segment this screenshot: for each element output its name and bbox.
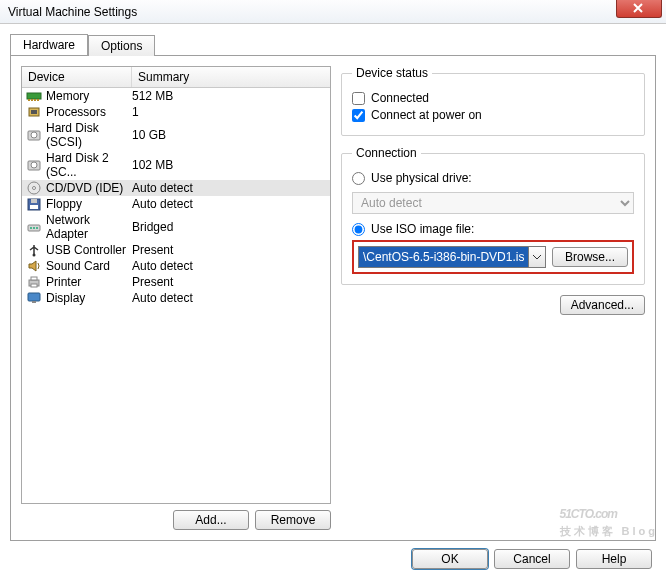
device-row[interactable]: USB ControllerPresent xyxy=(22,242,330,258)
memory-icon xyxy=(26,89,42,103)
device-summary: Auto detect xyxy=(132,181,326,195)
help-button[interactable]: Help xyxy=(576,549,652,569)
browse-button[interactable]: Browse... xyxy=(552,247,628,267)
device-name: Sound Card xyxy=(46,259,110,273)
device-row[interactable]: Memory512 MB xyxy=(22,88,330,104)
advanced-button[interactable]: Advanced... xyxy=(560,295,645,315)
add-button[interactable]: Add... xyxy=(173,510,249,530)
svg-rect-24 xyxy=(28,293,40,301)
device-summary: Present xyxy=(132,243,326,257)
physical-drive-radio-row[interactable]: Use physical drive: xyxy=(352,171,634,185)
chevron-down-icon xyxy=(533,255,541,260)
remove-button[interactable]: Remove xyxy=(255,510,331,530)
device-row[interactable]: DisplayAuto detect xyxy=(22,290,330,306)
svg-rect-25 xyxy=(32,301,36,303)
poweron-checkbox-row[interactable]: Connect at power on xyxy=(352,108,634,122)
device-name: Processors xyxy=(46,105,106,119)
device-summary: Bridged xyxy=(132,220,326,234)
device-name: CD/DVD (IDE) xyxy=(46,181,123,195)
physical-drive-select: Auto detect xyxy=(352,192,634,214)
device-name: Network Adapter xyxy=(46,213,132,241)
hdd-icon xyxy=(26,158,42,172)
device-row[interactable]: CD/DVD (IDE)Auto detect xyxy=(22,180,330,196)
svg-rect-0 xyxy=(27,93,41,99)
svg-point-12 xyxy=(33,187,36,190)
usb-icon xyxy=(26,243,42,257)
device-status-legend: Device status xyxy=(352,66,432,80)
cpu-icon xyxy=(26,105,42,119)
power-on-checkbox[interactable] xyxy=(352,109,365,122)
device-summary: Auto detect xyxy=(132,291,326,305)
svg-rect-2 xyxy=(31,99,33,101)
device-name: Hard Disk 2 (SC... xyxy=(46,151,132,179)
hdd-icon xyxy=(26,128,42,142)
iso-path-dropdown[interactable] xyxy=(528,246,546,268)
connected-checkbox-row[interactable]: Connected xyxy=(352,91,634,105)
right-pane: Device status Connected Connect at power… xyxy=(341,66,645,530)
connection-group: Connection Use physical drive: Auto dete… xyxy=(341,146,645,285)
physical-drive-radio[interactable] xyxy=(352,172,365,185)
iso-radio-row[interactable]: Use ISO image file: xyxy=(352,222,634,236)
device-summary: Present xyxy=(132,275,326,289)
tab-panel-hardware: Device Summary Memory512 MBProcessors1Ha… xyxy=(10,55,656,541)
dialog-button-bar: OK Cancel Help xyxy=(0,541,666,577)
tab-options[interactable]: Options xyxy=(88,35,155,56)
svg-point-20 xyxy=(33,254,36,257)
svg-rect-23 xyxy=(31,284,37,287)
col-device[interactable]: Device xyxy=(22,67,132,87)
power-on-label: Connect at power on xyxy=(371,108,482,122)
svg-point-18 xyxy=(33,227,35,229)
cd-icon xyxy=(26,181,42,195)
device-summary: Auto detect xyxy=(132,197,326,211)
ok-button[interactable]: OK xyxy=(412,549,488,569)
left-pane: Device Summary Memory512 MBProcessors1Ha… xyxy=(21,66,331,530)
tab-hardware[interactable]: Hardware xyxy=(10,34,88,55)
device-row[interactable]: Processors1 xyxy=(22,104,330,120)
connected-label: Connected xyxy=(371,91,429,105)
svg-point-19 xyxy=(36,227,38,229)
device-table: Device Summary Memory512 MBProcessors1Ha… xyxy=(21,66,331,504)
connected-checkbox[interactable] xyxy=(352,92,365,105)
floppy-icon xyxy=(26,197,42,211)
device-row[interactable]: Hard Disk (SCSI)10 GB xyxy=(22,120,330,150)
device-row[interactable]: FloppyAuto detect xyxy=(22,196,330,212)
device-summary: 102 MB xyxy=(132,158,326,172)
iso-radio[interactable] xyxy=(352,223,365,236)
device-name: USB Controller xyxy=(46,243,126,257)
svg-rect-4 xyxy=(37,99,39,101)
device-name: Memory xyxy=(46,89,89,103)
device-row[interactable]: Network AdapterBridged xyxy=(22,212,330,242)
svg-rect-22 xyxy=(31,277,37,280)
device-name: Floppy xyxy=(46,197,82,211)
device-row[interactable]: PrinterPresent xyxy=(22,274,330,290)
device-row[interactable]: Sound CardAuto detect xyxy=(22,258,330,274)
svg-point-8 xyxy=(31,132,37,138)
device-name: Display xyxy=(46,291,85,305)
iso-path-combo[interactable] xyxy=(358,246,546,268)
svg-rect-1 xyxy=(28,99,30,101)
iso-path-input[interactable] xyxy=(358,246,528,268)
device-name: Hard Disk (SCSI) xyxy=(46,121,132,149)
iso-label: Use ISO image file: xyxy=(371,222,474,236)
svg-rect-3 xyxy=(34,99,36,101)
device-name: Printer xyxy=(46,275,81,289)
window-title: Virtual Machine Settings xyxy=(8,5,137,19)
svg-rect-14 xyxy=(31,199,37,203)
device-row[interactable]: Hard Disk 2 (SC...102 MB xyxy=(22,150,330,180)
svg-rect-6 xyxy=(31,110,37,114)
display-icon xyxy=(26,291,42,305)
close-icon xyxy=(633,3,645,13)
iso-highlight-box: Browse... xyxy=(352,240,634,274)
cancel-button[interactable]: Cancel xyxy=(494,549,570,569)
device-summary: 10 GB xyxy=(132,128,326,142)
net-icon xyxy=(26,220,42,234)
connection-legend: Connection xyxy=(352,146,421,160)
close-button[interactable] xyxy=(616,0,662,18)
svg-point-10 xyxy=(31,162,37,168)
col-summary[interactable]: Summary xyxy=(132,67,330,87)
device-summary: 1 xyxy=(132,105,326,119)
device-table-header: Device Summary xyxy=(22,67,330,88)
device-status-group: Device status Connected Connect at power… xyxy=(341,66,645,136)
sound-icon xyxy=(26,259,42,273)
tab-strip: Hardware Options xyxy=(0,24,666,55)
